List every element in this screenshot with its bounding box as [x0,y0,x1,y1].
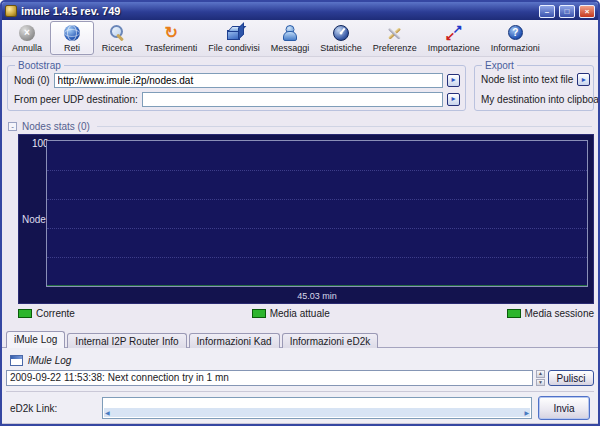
log-window-icon [10,355,23,366]
nodes-url-input[interactable] [54,73,443,88]
import-icon: ↗↙ [445,24,463,41]
nodes-stats-title: Nodes stats (0) [22,121,90,132]
legend-item-media-sessione: Media sessione [507,308,594,319]
gridline [47,228,587,229]
udp-destination-input[interactable] [142,92,443,107]
toolbar-button-statistiche[interactable]: Statistiche [315,21,367,55]
bootstrap-group-title: Bootstrap [15,60,64,71]
title-bar[interactable]: imule 1.4.5 rev. 749 – □ × [2,2,598,20]
export-destination-label: My destination into clipboard [481,94,600,105]
toolbar-label: Trasferimenti [145,43,197,53]
nodes-stats-header: - Nodes stats (0) [8,120,592,132]
toolbar-label: Statistiche [320,43,362,53]
toolbar-button-annulla[interactable]: × Annulla [5,21,49,55]
log-scrollbar[interactable]: ▲ ▼ [536,370,545,386]
plot-area [46,140,588,287]
gridline [47,170,587,171]
preferences-icon [386,25,404,41]
legend-swatch [18,309,32,318]
send-link-button[interactable]: Invia [538,396,590,420]
bootstrap-udp-button[interactable]: ▸ [447,93,460,106]
scroll-down-icon[interactable]: ▼ [536,379,545,387]
maximize-button[interactable]: □ [559,5,575,18]
log-panel-title: iMule Log [28,355,71,366]
groups-row: Bootstrap Nodi (0) ▸ From peer UDP desti… [7,65,594,111]
udp-destination-label: From peer UDP destination: [14,94,138,105]
toolbar-label: Importazione [428,43,480,53]
ed2k-link-label: eD2k Link: [10,403,96,414]
toolbar-button-informazioni[interactable]: ? Informazioni [486,21,545,55]
toolbar-label: Reti [64,43,80,53]
legend-item-media-attuale: Media attuale [252,308,330,319]
close-button[interactable]: × [579,5,595,18]
nodes-stats-chart: 100 Nodes 45.03 min [18,134,594,304]
tab-informazioni-kad[interactable]: Informazioni Kad [189,333,280,348]
ed2k-link-input[interactable]: ◀ ▶ [102,397,532,419]
window-title: imule 1.4.5 rev. 749 [21,5,535,17]
export-node-list-button[interactable]: ▸ [577,73,590,86]
legend-label: Media sessione [525,308,594,319]
toolbar-label: Messaggi [271,43,310,53]
main-toolbar: × Annulla Reti Ricerca ↻ Trasferimenti F… [2,20,598,57]
export-group-title: Export [482,60,517,71]
shared-files-icon [227,30,240,40]
about-icon: ? [508,25,523,40]
chart-legend: Corrente Media attuale Media sessione [18,307,594,319]
toolbar-label: Preferenze [373,43,417,53]
scroll-left-icon[interactable]: ◀ [105,410,110,416]
networks-icon [64,25,80,41]
scroll-right-icon[interactable]: ▶ [524,410,529,416]
legend-label: Media attuale [270,308,330,319]
cancel-icon: × [19,25,35,41]
statistics-icon [333,25,349,41]
toolbar-label: Ricerca [102,43,133,53]
scroll-up-icon[interactable]: ▲ [536,370,545,378]
download-nodes-button[interactable]: ▸ [447,74,460,87]
log-row: 2009-09-22 11:53:38: Next connection try… [6,370,594,386]
log-output[interactable]: 2009-09-22 11:53:38: Next connection try… [6,370,533,386]
transfers-icon: ↻ [164,25,177,41]
gridline [47,257,587,258]
header-rule [97,126,592,127]
toolbar-button-trasferimenti[interactable]: ↻ Trasferimenti [140,21,202,55]
log-tab-panel: iMule Log 2009-09-22 11:53:38: Next conn… [2,347,598,424]
export-node-list-label: Node list into text file [481,74,573,85]
ed2k-horizontal-scrollbar[interactable]: ◀ ▶ [104,408,530,417]
messages-icon [282,24,298,42]
toolbar-button-preferenze[interactable]: Preferenze [368,21,422,55]
legend-swatch [507,309,521,318]
collapse-icon[interactable]: - [8,122,17,131]
export-group: Export Node list into text file ▸ My des… [474,65,594,111]
search-icon [108,24,126,42]
toolbar-button-importazione[interactable]: ↗↙ Importazione [423,21,485,55]
log-header: iMule Log [10,353,594,367]
clear-log-button[interactable]: Pulisci [548,370,594,386]
tab-imule-log[interactable]: iMule Log [6,331,65,348]
legend-item-corrente: Corrente [18,308,75,319]
bootstrap-group: Bootstrap Nodi (0) ▸ From peer UDP desti… [7,65,466,111]
minimize-button[interactable]: – [539,5,555,18]
toolbar-button-reti[interactable]: Reti [50,21,94,55]
gridline [47,199,587,200]
ed2k-link-row: eD2k Link: ◀ ▶ Invia [6,391,594,424]
tab-internal-i2p-router-info[interactable]: Internal I2P Router Info [67,333,186,348]
legend-label: Corrente [36,308,75,319]
bottom-tab-bar: iMule Log Internal I2P Router Info Infor… [6,330,598,347]
toolbar-button-file-condivisi[interactable]: File condivisi [203,21,265,55]
toolbar-label: File condivisi [208,43,260,53]
legend-swatch [252,309,266,318]
nodes-url-label: Nodi (0) [14,75,50,86]
toolbar-button-ricerca[interactable]: Ricerca [95,21,139,55]
toolbar-button-messaggi[interactable]: Messaggi [266,21,315,55]
imule-window: imule 1.4.5 rev. 749 – □ × × Annulla Ret… [0,0,600,426]
app-icon [5,5,17,17]
toolbar-label: Annulla [12,43,42,53]
toolbar-label: Informazioni [491,43,540,53]
x-axis-span-label: 45.03 min [46,291,588,301]
tab-informazioni-ed2k[interactable]: Informazioni eD2k [282,333,379,348]
series-line-at-zero [47,285,587,286]
